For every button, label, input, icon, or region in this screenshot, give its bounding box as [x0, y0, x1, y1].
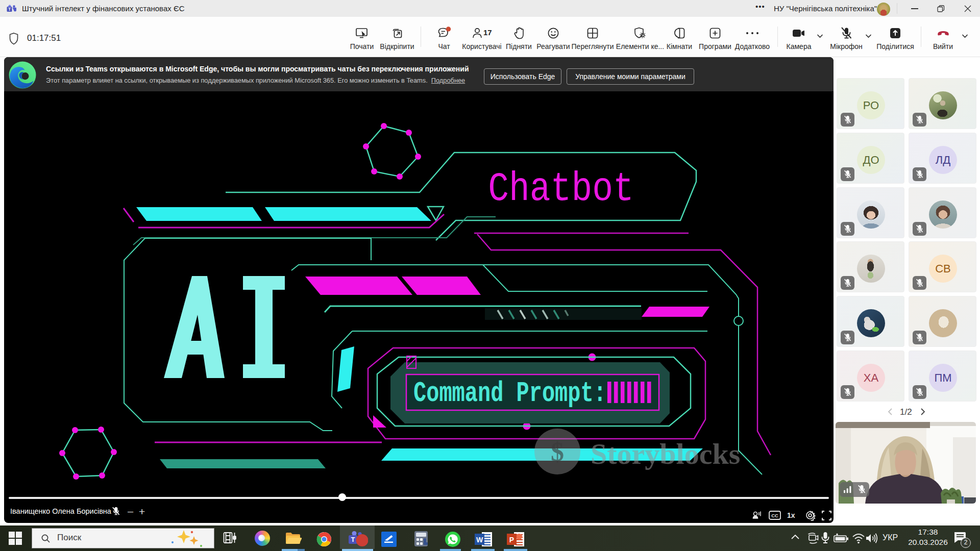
- svg-text:Storyblocks: Storyblocks: [591, 437, 740, 470]
- svg-text:T: T: [8, 7, 11, 12]
- svg-text:Chatbot: Chatbot: [488, 166, 634, 212]
- svg-text:W: W: [476, 536, 483, 544]
- svg-text:$: $: [551, 437, 564, 466]
- svg-text:T: T: [351, 536, 355, 543]
- svg-text:17: 17: [483, 28, 492, 37]
- svg-text:P: P: [509, 536, 514, 544]
- svg-text:Command Prompt:: Command Prompt:: [413, 378, 606, 410]
- svg-text:CC: CC: [771, 513, 778, 518]
